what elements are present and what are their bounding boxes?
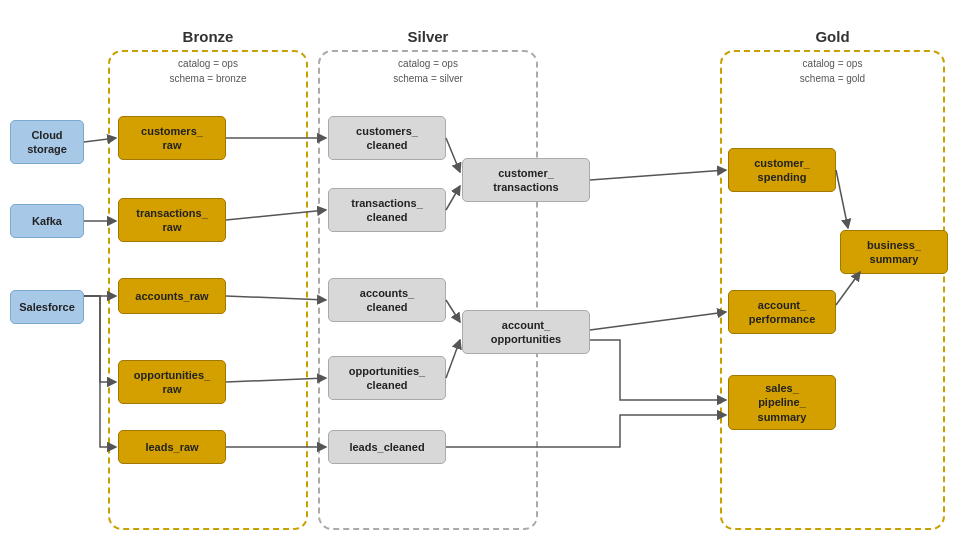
gold-account-performance: account_performance — [728, 290, 836, 334]
gold-business-summary: business_summary — [840, 230, 948, 274]
svg-line-13 — [590, 170, 726, 180]
bronze-leads-raw: leads_raw — [118, 430, 226, 464]
source-salesforce: Salesforce — [10, 290, 84, 324]
silver-title: Silver — [408, 28, 449, 45]
bronze-transactions-raw: transactions_raw — [118, 198, 226, 242]
silver-transactions-cleaned: transactions_cleaned — [328, 188, 446, 232]
bronze-accounts-raw: accounts_raw — [118, 278, 226, 314]
gold-title: Gold — [815, 28, 849, 45]
bronze-opportunities-raw: opportunities_raw — [118, 360, 226, 404]
silver-customer-transactions: customer_transactions — [462, 158, 590, 202]
silver-account-opportunities: account_opportunities — [462, 310, 590, 354]
gold-sales-pipeline-summary: sales_pipeline_summary — [728, 375, 836, 430]
silver-subtitle: catalog = ops schema = silver — [393, 56, 463, 86]
source-kafka: Kafka — [10, 204, 84, 238]
silver-accounts-cleaned: accounts_cleaned — [328, 278, 446, 322]
source-cloud-storage: Cloudstorage — [10, 120, 84, 164]
silver-opportunities-cleaned: opportunities_cleaned — [328, 356, 446, 400]
bronze-title: Bronze — [183, 28, 234, 45]
diagram: Bronze catalog = ops schema = bronze Sil… — [0, 0, 960, 540]
silver-leads-cleaned: leads_cleaned — [328, 430, 446, 464]
gold-customer-spending: customer_spending — [728, 148, 836, 192]
svg-line-15 — [590, 312, 726, 330]
gold-subtitle: catalog = ops schema = gold — [800, 56, 865, 86]
silver-customers-cleaned: customers_cleaned — [328, 116, 446, 160]
bronze-subtitle: catalog = ops schema = bronze — [170, 56, 247, 86]
bronze-customers-raw: customers_raw — [118, 116, 226, 160]
